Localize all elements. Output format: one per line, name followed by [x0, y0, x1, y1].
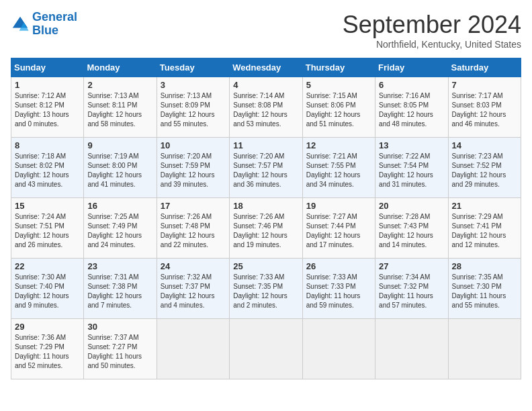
logo-icon	[11, 15, 30, 34]
day-info: Sunrise: 7:35 AM Sunset: 7:30 PM Dayligh…	[452, 273, 517, 310]
calendar-cell: 1Sunrise: 7:12 AM Sunset: 8:12 PM Daylig…	[11, 77, 84, 138]
weekday-header: Wednesday	[230, 58, 302, 77]
day-info: Sunrise: 7:12 AM Sunset: 8:12 PM Dayligh…	[15, 91, 80, 129]
calendar-cell: 25Sunrise: 7:33 AM Sunset: 7:35 PM Dayli…	[230, 259, 302, 319]
logo: General Blue	[11, 11, 77, 38]
day-info: Sunrise: 7:15 AM Sunset: 8:06 PM Dayligh…	[306, 91, 371, 129]
day-number: 3	[161, 80, 226, 90]
calendar-cell	[230, 319, 302, 379]
day-info: Sunrise: 7:34 AM Sunset: 7:32 PM Dayligh…	[379, 273, 444, 310]
calendar-cell: 28Sunrise: 7:35 AM Sunset: 7:30 PM Dayli…	[448, 259, 521, 319]
calendar-cell: 23Sunrise: 7:31 AM Sunset: 7:38 PM Dayli…	[84, 259, 157, 319]
calendar-cell: 3Sunrise: 7:13 AM Sunset: 8:09 PM Daylig…	[157, 77, 229, 138]
weekday-header: Sunday	[11, 58, 84, 77]
day-number: 6	[379, 80, 444, 90]
day-info: Sunrise: 7:17 AM Sunset: 8:03 PM Dayligh…	[452, 91, 517, 129]
calendar-cell: 9Sunrise: 7:19 AM Sunset: 8:00 PM Daylig…	[84, 138, 157, 198]
day-info: Sunrise: 7:26 AM Sunset: 7:46 PM Dayligh…	[233, 212, 298, 250]
day-number: 21	[452, 201, 517, 211]
calendar-week-row: 22Sunrise: 7:30 AM Sunset: 7:40 PM Dayli…	[11, 259, 521, 319]
calendar-cell: 15Sunrise: 7:24 AM Sunset: 7:51 PM Dayli…	[11, 198, 84, 259]
calendar-cell: 5Sunrise: 7:15 AM Sunset: 8:06 PM Daylig…	[302, 77, 375, 138]
day-number: 13	[379, 140, 444, 150]
day-number: 9	[87, 140, 152, 150]
calendar-cell: 21Sunrise: 7:29 AM Sunset: 7:41 PM Dayli…	[448, 198, 521, 259]
day-number: 5	[306, 80, 371, 90]
day-number: 20	[379, 201, 444, 211]
weekday-header: Saturday	[448, 58, 521, 77]
day-number: 15	[15, 201, 80, 211]
day-number: 30	[87, 322, 152, 332]
day-info: Sunrise: 7:13 AM Sunset: 8:11 PM Dayligh…	[87, 91, 152, 129]
day-info: Sunrise: 7:19 AM Sunset: 8:00 PM Dayligh…	[87, 152, 152, 189]
weekday-header: Thursday	[302, 58, 375, 77]
logo-line1: General	[32, 10, 77, 24]
calendar-cell: 10Sunrise: 7:20 AM Sunset: 7:59 PM Dayli…	[157, 138, 229, 198]
calendar-cell	[448, 319, 521, 379]
day-number: 2	[87, 80, 152, 90]
day-info: Sunrise: 7:20 AM Sunset: 7:57 PM Dayligh…	[233, 152, 298, 189]
weekday-header: Friday	[375, 58, 448, 77]
day-info: Sunrise: 7:20 AM Sunset: 7:59 PM Dayligh…	[161, 152, 226, 189]
day-number: 11	[233, 140, 298, 150]
calendar-week-row: 8Sunrise: 7:18 AM Sunset: 8:02 PM Daylig…	[11, 138, 521, 198]
day-info: Sunrise: 7:25 AM Sunset: 7:49 PM Dayligh…	[87, 212, 152, 250]
day-info: Sunrise: 7:30 AM Sunset: 7:40 PM Dayligh…	[15, 273, 80, 310]
day-info: Sunrise: 7:21 AM Sunset: 7:55 PM Dayligh…	[306, 152, 371, 189]
day-number: 7	[452, 80, 517, 90]
day-info: Sunrise: 7:23 AM Sunset: 7:52 PM Dayligh…	[452, 152, 517, 189]
calendar-cell: 11Sunrise: 7:20 AM Sunset: 7:57 PM Dayli…	[230, 138, 302, 198]
header: General Blue September 2024 Northfield, …	[11, 11, 521, 50]
calendar-cell: 24Sunrise: 7:32 AM Sunset: 7:37 PM Dayli…	[157, 259, 229, 319]
day-info: Sunrise: 7:24 AM Sunset: 7:51 PM Dayligh…	[15, 212, 80, 250]
day-number: 16	[87, 201, 152, 211]
calendar-week-row: 1Sunrise: 7:12 AM Sunset: 8:12 PM Daylig…	[11, 77, 521, 138]
day-info: Sunrise: 7:31 AM Sunset: 7:38 PM Dayligh…	[87, 273, 152, 310]
logo-text: General Blue	[32, 11, 77, 38]
title-area: September 2024 Northfield, Kentucky, Uni…	[343, 11, 521, 50]
calendar-cell: 27Sunrise: 7:34 AM Sunset: 7:32 PM Dayli…	[375, 259, 448, 319]
day-number: 25	[233, 261, 298, 271]
calendar-cell	[302, 319, 375, 379]
calendar-cell: 7Sunrise: 7:17 AM Sunset: 8:03 PM Daylig…	[448, 77, 521, 138]
day-number: 4	[233, 80, 298, 90]
day-info: Sunrise: 7:36 AM Sunset: 7:29 PM Dayligh…	[15, 333, 80, 371]
calendar-week-row: 15Sunrise: 7:24 AM Sunset: 7:51 PM Dayli…	[11, 198, 521, 259]
logo-line2: Blue	[32, 24, 58, 37]
day-number: 19	[306, 201, 371, 211]
weekday-header: Tuesday	[157, 58, 229, 77]
day-info: Sunrise: 7:13 AM Sunset: 8:09 PM Dayligh…	[161, 91, 226, 129]
day-number: 18	[233, 201, 298, 211]
calendar-subtitle: Northfield, Kentucky, United States	[343, 39, 521, 50]
calendar-cell: 16Sunrise: 7:25 AM Sunset: 7:49 PM Dayli…	[84, 198, 157, 259]
calendar-cell: 8Sunrise: 7:18 AM Sunset: 8:02 PM Daylig…	[11, 138, 84, 198]
day-number: 27	[379, 261, 444, 271]
day-info: Sunrise: 7:26 AM Sunset: 7:48 PM Dayligh…	[161, 212, 226, 250]
calendar-body: 1Sunrise: 7:12 AM Sunset: 8:12 PM Daylig…	[11, 77, 521, 379]
day-number: 14	[452, 140, 517, 150]
calendar-cell: 26Sunrise: 7:33 AM Sunset: 7:33 PM Dayli…	[302, 259, 375, 319]
calendar-cell: 4Sunrise: 7:14 AM Sunset: 8:08 PM Daylig…	[230, 77, 302, 138]
weekday-header: Monday	[84, 58, 157, 77]
calendar-title: September 2024	[343, 11, 521, 39]
day-number: 10	[161, 140, 226, 150]
day-info: Sunrise: 7:33 AM Sunset: 7:35 PM Dayligh…	[233, 273, 298, 310]
day-number: 26	[306, 261, 371, 271]
day-number: 23	[87, 261, 152, 271]
day-info: Sunrise: 7:29 AM Sunset: 7:41 PM Dayligh…	[452, 212, 517, 250]
day-info: Sunrise: 7:22 AM Sunset: 7:54 PM Dayligh…	[379, 152, 444, 189]
calendar-week-row: 29Sunrise: 7:36 AM Sunset: 7:29 PM Dayli…	[11, 319, 521, 379]
calendar-cell: 2Sunrise: 7:13 AM Sunset: 8:11 PM Daylig…	[84, 77, 157, 138]
day-info: Sunrise: 7:33 AM Sunset: 7:33 PM Dayligh…	[306, 273, 371, 310]
day-info: Sunrise: 7:14 AM Sunset: 8:08 PM Dayligh…	[233, 91, 298, 129]
day-number: 1	[15, 80, 80, 90]
day-info: Sunrise: 7:18 AM Sunset: 8:02 PM Dayligh…	[15, 152, 80, 189]
day-info: Sunrise: 7:28 AM Sunset: 7:43 PM Dayligh…	[379, 212, 444, 250]
calendar-cell: 13Sunrise: 7:22 AM Sunset: 7:54 PM Dayli…	[375, 138, 448, 198]
calendar-cell: 14Sunrise: 7:23 AM Sunset: 7:52 PM Dayli…	[448, 138, 521, 198]
day-number: 17	[161, 201, 226, 211]
day-info: Sunrise: 7:27 AM Sunset: 7:44 PM Dayligh…	[306, 212, 371, 250]
day-number: 8	[15, 140, 80, 150]
day-info: Sunrise: 7:37 AM Sunset: 7:27 PM Dayligh…	[87, 333, 152, 371]
day-number: 22	[15, 261, 80, 271]
